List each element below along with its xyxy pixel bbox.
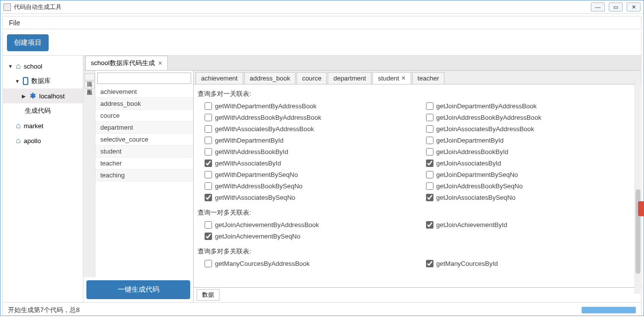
checkbox-option[interactable]: getJoinAddressBookByAddressBook xyxy=(426,114,638,121)
entity-tab-address_book[interactable]: address_book xyxy=(244,72,296,84)
checkbox-input[interactable] xyxy=(205,125,212,133)
checkbox-option[interactable]: getJoinAssociatesBySeqNo xyxy=(426,194,638,201)
edge-handle[interactable] xyxy=(638,201,644,216)
generate-button[interactable]: 一键生成代码 xyxy=(86,280,190,299)
tree-label: localhost xyxy=(39,92,65,100)
database-icon xyxy=(23,77,28,85)
checkbox-option[interactable]: getJoinDepartmentById xyxy=(426,137,638,144)
entity-tab-student[interactable]: student✕ xyxy=(372,72,411,84)
checkbox-option[interactable]: getManyCourcesById xyxy=(426,260,638,267)
checkbox-input[interactable] xyxy=(205,148,212,156)
close-button[interactable]: ✕ xyxy=(627,2,641,11)
table-row[interactable]: address_book xyxy=(95,98,193,110)
checkbox-label: getJoinAssociatesById xyxy=(436,160,501,167)
tab-school-db[interactable]: school数据库代码生成 ✕ xyxy=(85,56,168,70)
checkbox-label: getJoinAssociatesBySeqNo xyxy=(436,194,516,201)
checkbox-option[interactable] xyxy=(426,233,638,240)
checkbox-input[interactable] xyxy=(426,148,433,156)
tree-node-apollo[interactable]: ⌂ apollo xyxy=(3,133,83,148)
side-tab-1[interactable]: 高级 xyxy=(84,74,95,80)
tree-node-gencode[interactable]: 生成代码 xyxy=(3,103,83,118)
checkbox-option[interactable]: getJoinDepartmentByAddressBook xyxy=(426,102,638,110)
checkbox-option[interactable]: getJoinAchievementById xyxy=(426,221,638,229)
checkbox-option[interactable]: getWithAssociatesByAddressBook xyxy=(205,125,416,133)
table-row[interactable]: department xyxy=(95,122,193,134)
checkbox-input[interactable] xyxy=(205,194,212,201)
entity-tab-teacher[interactable]: teacher xyxy=(412,72,444,84)
checkbox-input[interactable] xyxy=(205,182,212,190)
close-icon[interactable]: ✕ xyxy=(158,60,162,67)
checkbox-option[interactable]: getJoinAddressBookBySeqNo xyxy=(426,182,638,190)
checkbox-input[interactable] xyxy=(426,137,433,144)
checkbox-input[interactable] xyxy=(205,114,212,121)
checkbox-option[interactable]: getJoinAssociatesById xyxy=(426,160,638,167)
table-row[interactable]: selective_cource xyxy=(95,134,193,146)
sidebar: ▼ ⌂ school ▼ 数据库 ▶ ✱ localhost 生成代码 ⌂ ma… xyxy=(3,56,83,302)
section-many-to-one: 查询多对一关联表: xyxy=(198,86,637,102)
checkbox-option[interactable]: getJoinAddressBookById xyxy=(426,148,638,156)
tab-label: department xyxy=(333,75,366,82)
minimize-button[interactable]: — xyxy=(591,2,605,11)
table-row[interactable]: student xyxy=(95,146,193,158)
checkbox-option[interactable]: getManyCourcesByAddressBook xyxy=(205,260,416,267)
entity-tab-achievement[interactable]: achievement xyxy=(196,72,243,84)
checkbox-option[interactable]: getJoinAchievementByAddressBook xyxy=(205,221,416,229)
checkbox-input[interactable] xyxy=(205,171,212,178)
checkbox-option[interactable]: getWithDepartmentByAddressBook xyxy=(205,102,416,110)
checkbox-option[interactable]: getJoinDepartmentBySeqNo xyxy=(426,171,638,178)
status-text: 开始生成第7个代码，总8 xyxy=(8,306,79,315)
side-tab-2[interactable]: 主面板 xyxy=(84,81,95,88)
checkbox-input[interactable] xyxy=(205,260,212,267)
titlebar: 代码自动生成工具 — ▭ ✕ xyxy=(0,0,644,14)
checkbox-option[interactable]: getWithAddressBookById xyxy=(205,148,416,156)
checkbox-label: getWithAddressBookBySeqNo xyxy=(215,182,302,190)
tab-label: school数据库代码生成 xyxy=(91,59,155,68)
checkbox-input[interactable] xyxy=(426,125,433,133)
caret-down-icon: ▼ xyxy=(8,64,13,69)
checkbox-input[interactable] xyxy=(426,194,433,201)
checkbox-input[interactable] xyxy=(426,260,433,267)
maximize-button[interactable]: ▭ xyxy=(609,2,623,11)
tree-node-market[interactable]: ⌂ market xyxy=(3,118,83,133)
scrollbar-track[interactable] xyxy=(635,80,641,294)
checkbox-input[interactable] xyxy=(426,171,433,178)
checkbox-option[interactable]: getWithDepartmentById xyxy=(205,137,416,144)
checkbox-option[interactable]: getWithAddressBookByAddressBook xyxy=(205,114,416,121)
checkbox-input[interactable] xyxy=(426,160,433,167)
checkbox-input[interactable] xyxy=(426,114,433,121)
menubar: File xyxy=(2,16,642,29)
entity-tab-cource[interactable]: cource xyxy=(296,72,327,84)
checkbox-input[interactable] xyxy=(205,221,212,229)
caret-down-icon: ▼ xyxy=(15,79,20,84)
checkbox-input[interactable] xyxy=(426,102,433,110)
entity-tab-department[interactable]: department xyxy=(328,72,371,84)
config-body[interactable]: 查询多对一关联表: getWithDepartmentByAddressBook… xyxy=(194,84,641,287)
table-row[interactable]: teaching xyxy=(95,169,193,181)
checkbox-input[interactable] xyxy=(205,160,212,167)
checkbox-label: getJoinAchievementById xyxy=(436,221,507,229)
table-search-input[interactable] xyxy=(97,73,191,84)
checkbox-option[interactable]: getWithDepartmentBySeqNo xyxy=(205,171,416,178)
table-row[interactable]: cource xyxy=(95,110,193,122)
checkbox-option[interactable]: getWithAddressBookBySeqNo xyxy=(205,182,416,190)
checkbox-option[interactable]: getJoinAssociatesByAddressBook xyxy=(426,125,638,133)
tree-node-school[interactable]: ▼ ⌂ school xyxy=(3,59,83,74)
checkbox-input[interactable] xyxy=(205,233,212,240)
create-project-button[interactable]: 创建项目 xyxy=(7,34,49,51)
checkbox-option[interactable]: getWithAssociatesById xyxy=(205,160,416,167)
checkbox-option[interactable]: getJoinAchievementBySeqNo xyxy=(205,233,416,240)
checkbox-input[interactable] xyxy=(205,137,212,144)
tree-node-localhost[interactable]: ▶ ✱ localhost xyxy=(3,88,83,103)
bottom-tab-data[interactable]: 数据 xyxy=(197,289,219,301)
tree-node-database[interactable]: ▼ 数据库 xyxy=(3,74,83,88)
tab-label: achievement xyxy=(201,75,238,82)
menu-file[interactable]: File xyxy=(7,18,22,28)
table-row[interactable]: achievement xyxy=(95,86,193,98)
checkbox-input[interactable] xyxy=(426,182,433,190)
table-row[interactable]: teacher xyxy=(95,158,193,169)
checkbox-input[interactable] xyxy=(426,221,433,229)
checkbox-input[interactable] xyxy=(205,102,212,110)
close-icon[interactable]: ✕ xyxy=(401,75,406,81)
checkbox-label: getWithAssociatesById xyxy=(215,160,281,167)
checkbox-option[interactable]: getWithAssociatesBySeqNo xyxy=(205,194,416,201)
